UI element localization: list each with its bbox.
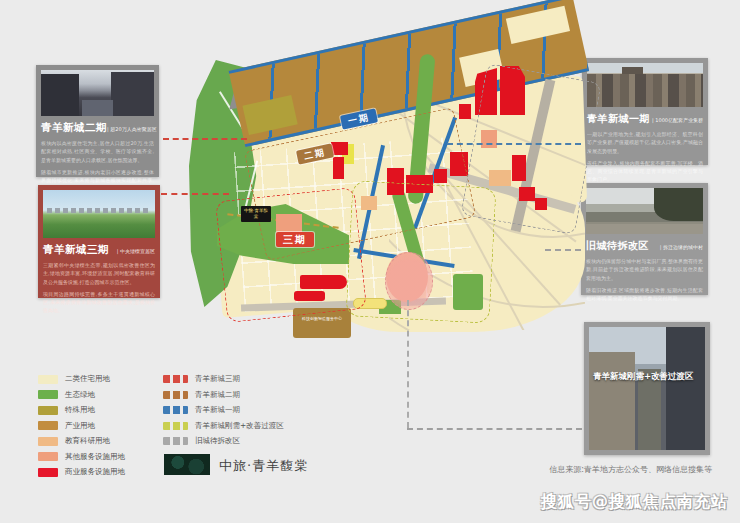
legend-label: 其他服务设施用地 (65, 452, 125, 462)
card-subtitle: | 超20万人高密聚居区 (107, 126, 157, 132)
legend-row: 其他服务设施用地 (38, 452, 125, 462)
phase2-photo (41, 70, 154, 116)
brand-logo-text: 中旅·青羊馥棠 (219, 457, 308, 475)
phase3-photo (43, 190, 155, 238)
legend-row: 旧城待拆改区 (163, 436, 284, 446)
legend-swatch (38, 468, 58, 477)
legend-label: 特殊用地 (65, 405, 95, 415)
oldtown-photo (586, 188, 703, 234)
connector-transition-v (407, 300, 409, 428)
card-subtitle: | 拆迁边缘的城中村 (660, 244, 703, 250)
card-body: 一期以产业用地为主,规划引入总部经济、航空科创等产业集群,产值规模超千亿,就业人… (587, 130, 703, 155)
legend-swatch (38, 421, 58, 430)
source-note: 信息来源:青羊地方志公众号、网络信息搜集等 (549, 464, 712, 475)
legend-swatch (163, 375, 188, 383)
connector-oldtown (545, 249, 581, 251)
legend-swatch (38, 437, 58, 446)
legend-land-use: 二类住宅用地生态绿地特殊用地产业用地教育科研用地其他服务设施用地商业服务设施用地 (38, 374, 125, 483)
legend-row: 生态绿地 (38, 390, 125, 400)
legend-swatch (38, 452, 58, 461)
project-marker: 中旅·青羊馥棠 (241, 206, 271, 222)
legend-zones: 青羊新城三期青羊新城二期青羊新城一期青羊新城刚需+改善过渡区旧城待拆改区 (163, 374, 284, 452)
project-highlight-ellipse (385, 252, 433, 310)
legend-label: 青羊新城三期 (195, 374, 240, 384)
transition-photo: 青羊新城刚需+改善过渡区 (589, 327, 705, 450)
card-title: 青羊新城刚需+改善过渡区 (593, 371, 694, 383)
legend-row: 教育科研用地 (38, 436, 125, 446)
legend-swatch (38, 390, 58, 399)
planning-map-page: { "watermark": "搜狐号@搜狐焦点南充站", "source_no… (0, 0, 740, 523)
watermark: 搜狐号@搜狐焦点南充站 (541, 492, 728, 513)
legend-row: 二类住宅用地 (38, 374, 125, 384)
legend-label: 生态绿地 (65, 390, 95, 400)
connector-phase3 (161, 193, 229, 195)
connector-phase2 (163, 138, 247, 140)
legend-row: 青羊新城二期 (163, 390, 284, 400)
industry-parcel-label: 科技创新智造服务中心 (295, 316, 349, 321)
legend-row: 青羊新城一期 (163, 405, 284, 415)
legend-label: 商业服务设施用地 (65, 467, 125, 477)
card-body: 三期紧邻中央绿楔生态带,规划以低密改善住区为主,绿地资源丰富,环境舒适宜居,同时… (43, 261, 155, 286)
legend-row: 商业服务设施用地 (38, 467, 125, 477)
legend-label: 青羊新城二期 (195, 390, 240, 400)
master-plan-map: 科技创新智造服务中心 一期 二期 三期 中旅·青羊馥棠 (183, 48, 597, 360)
phase1-photo (587, 63, 703, 107)
card-title: 青羊新城二期 (41, 121, 107, 135)
legend-label: 二类住宅用地 (65, 374, 110, 384)
card-body: 项目周边路网持续完善,多条主干道贯通新城核心区,未来将承接青羊新城改善型居住需求… (43, 290, 155, 315)
card-body: 随着旧改推进,区域面貌将逐步改善,短期内生活配套相对薄弱,置业需关注改造节奏与交… (586, 286, 703, 303)
connector-phase1 (447, 143, 581, 145)
legend-row: 青羊新城刚需+改善过渡区 (163, 421, 284, 431)
card-title: 青羊新城三期 (43, 243, 109, 257)
legend-swatch (163, 406, 188, 414)
legend-label: 青羊新城刚需+改善过渡区 (195, 421, 284, 431)
legend-row: 特殊用地 (38, 405, 125, 415)
card-body: 板块内以高密度住宅为主,居住人口超过20万,生活配套相对成熟,社区商业、学校、医… (41, 139, 154, 164)
card-body: 依托产业导入,板块内商务配套不断完善,写字楼、酒店、商业综合体陆续呈现,是青羊新… (587, 159, 703, 184)
brand-logo-image (164, 454, 210, 475)
legend-swatch (163, 391, 188, 399)
card-oldtown: 旧城待拆改区 | 拆迁边缘的城中村 板块内仍保留部分城中村与老旧厂房,整体界面有… (581, 183, 708, 295)
connector-transition-h (407, 428, 582, 430)
card-phase2: 青羊新城二期 | 超20万人高密聚居区 板块内以高密度住宅为主,居住人口超过20… (36, 65, 159, 177)
legend-label: 产业用地 (65, 421, 95, 431)
phase3-boundary (215, 187, 367, 323)
legend-swatch (38, 406, 58, 415)
card-transition-zone: 青羊新城刚需+改善过渡区 (584, 322, 710, 455)
card-body: 板块内仍保留部分城中村与老旧厂房,整体界面有待更新,目前处于拆迁改造推进阶段,未… (586, 257, 703, 282)
card-subtitle: | 中央绿楔宜居区 (117, 248, 155, 254)
card-phase3: 青羊新城三期 | 中央绿楔宜居区 三期紧邻中央绿楔生态带,规划以低密改善住区为主… (38, 185, 160, 298)
card-title: 青羊新城一期 (587, 112, 650, 126)
legend-swatch (163, 437, 188, 445)
legend-label: 教育科研用地 (65, 436, 110, 446)
card-subtitle: | 1000亿配套产业集群 (652, 117, 703, 123)
legend-label: 青羊新城一期 (195, 405, 240, 415)
legend-row: 产业用地 (38, 421, 125, 431)
card-title: 旧城待拆改区 (586, 239, 649, 253)
card-phase1: 青羊新城一期 | 1000亿配套产业集群 一期以产业用地为主,规划引入总部经济、… (582, 58, 708, 165)
commercial-parcel (459, 104, 471, 119)
phase3-label: 三期 (276, 232, 314, 247)
legend-label: 旧城待拆改区 (195, 436, 240, 446)
legend-row: 青羊新城三期 (163, 374, 284, 384)
legend-swatch (38, 375, 58, 384)
legend-swatch (163, 422, 188, 430)
